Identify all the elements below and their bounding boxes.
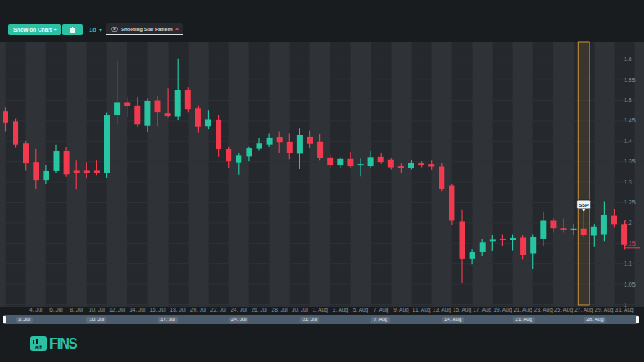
candle-body: [64, 151, 70, 174]
candle-body: [500, 239, 506, 240]
y-axis-label: 1.55: [624, 77, 636, 83]
candle-body: [337, 159, 343, 165]
x-axis-label: 17. Aug: [473, 307, 491, 313]
candle-body: [185, 90, 191, 109]
logo-alt-text: alt: [30, 344, 47, 350]
scrollbar-week-label: 14. Aug: [442, 317, 464, 323]
candle-body: [33, 162, 39, 180]
candle-body: [611, 216, 617, 225]
candle-body: [205, 119, 211, 126]
candle-body: [155, 101, 161, 113]
candle-body: [418, 163, 424, 165]
ssp-marker-label: SSP: [579, 203, 589, 208]
y-axis-label: 1.1: [624, 261, 632, 266]
scrollbar-week-label: 7. Aug: [371, 317, 390, 323]
y-axis-label: 1.45: [624, 117, 636, 123]
x-axis-label: 3. Aug: [333, 307, 349, 313]
candle-body: [246, 148, 252, 156]
candle-body: [54, 151, 60, 171]
x-axis-label: 31. Aug: [615, 307, 634, 313]
x-axis-label: 27. Aug: [574, 307, 593, 313]
candle-body: [297, 135, 303, 153]
candle-body: [165, 113, 171, 116]
candle-body: [74, 170, 80, 173]
candle-body: [591, 227, 597, 236]
candle-body: [490, 239, 496, 241]
candle-body: [428, 164, 434, 166]
scrollbar-handle-left[interactable]: [3, 316, 6, 323]
candle-body: [530, 237, 536, 254]
x-axis-label: 22. Jul: [210, 307, 227, 313]
candle-body: [236, 155, 242, 162]
scrollbar-week-label: 21. Aug: [513, 317, 535, 323]
x-axis-label: 7. Aug: [373, 307, 389, 313]
x-axis-label: 12. Jul: [109, 307, 126, 313]
candle-body: [175, 90, 181, 117]
x-axis-label: 8. Jul: [70, 307, 83, 313]
candle-body: [307, 137, 313, 144]
x-axis-label: 28. Jul: [272, 307, 288, 313]
candle-body: [43, 171, 49, 180]
y-axis-label: 1.35: [624, 158, 636, 164]
x-axis-label: 11. Aug: [413, 307, 431, 313]
x-axis-label: 4. Jul: [29, 307, 43, 313]
y-axis-label: 1.5: [624, 97, 632, 103]
x-axis-label: 1. Aug: [312, 307, 328, 313]
altfins-pattern-chart-page: Show on Chart + 1d Shooting Star Pattern…: [0, 0, 644, 362]
candle-body: [347, 159, 353, 166]
altfins-logo: alt FINS: [30, 336, 80, 351]
candle-body: [267, 138, 273, 145]
candle-body: [195, 108, 201, 126]
candlestick-chart[interactable]: 1.61.551.51.451.41.351.31.251.21.151.11.…: [0, 0, 644, 362]
candle-body: [358, 164, 364, 165]
candle-body: [84, 170, 90, 173]
x-axis-label: 9. Aug: [393, 307, 409, 313]
candle-body: [470, 252, 475, 259]
x-axis-label: 21. Aug: [514, 307, 532, 313]
candle-body: [216, 120, 221, 149]
candle-body: [601, 215, 607, 234]
x-axis-label: 6. Jul: [49, 307, 63, 313]
scrollbar-handle-right[interactable]: [636, 316, 640, 323]
candle-body: [480, 242, 486, 252]
candle-body: [104, 115, 110, 173]
scrollbar-week-label: 28. Aug: [584, 317, 605, 323]
x-axis-label: 15. Aug: [453, 307, 471, 313]
x-axis-label: 5. Aug: [353, 307, 369, 313]
candle-body: [520, 237, 526, 254]
bar-chart-icon: [33, 339, 38, 344]
candle-body: [287, 142, 293, 153]
candle-body: [124, 102, 130, 106]
x-axis-label: 16. Jul: [149, 307, 166, 313]
chart-scrollbar[interactable]: 3. Jul10. Jul17. Jul24. Jul31. Jul7. Aug…: [3, 315, 638, 324]
y-axis-label: 1.05: [624, 282, 636, 287]
candle-body: [439, 167, 444, 189]
candle-body: [257, 143, 262, 148]
x-axis-label: 29. Aug: [595, 307, 613, 313]
x-axis-label: 25. Aug: [554, 307, 573, 313]
candle-body: [327, 158, 333, 165]
candle-body: [510, 238, 516, 240]
x-axis-label: 24. Jul: [231, 307, 247, 313]
x-axis-label: 26. Jul: [251, 307, 267, 313]
candle-body: [114, 102, 120, 115]
y-axis-label: 1.25: [624, 199, 636, 205]
scrollbar-week-label: 24. Jul: [229, 317, 249, 323]
scrollbar-week-label: 17. Jul: [158, 317, 178, 323]
y-axis-label: 1.4: [624, 138, 632, 144]
candle-body: [368, 157, 374, 166]
candle-body: [388, 160, 394, 168]
x-axis-label: 13. Aug: [433, 307, 451, 313]
highlight-region-fill: [578, 42, 589, 305]
candle-body: [317, 142, 323, 158]
logo-fins-text: FINS: [49, 336, 77, 351]
candle-body: [134, 106, 140, 124]
x-axis-label: 30. Jul: [292, 307, 309, 313]
candle-body: [449, 185, 454, 220]
scrollbar-week-label: 10. Jul: [86, 317, 106, 323]
x-axis-label: 18. Jul: [170, 307, 187, 313]
candle-body: [408, 163, 414, 168]
x-axis-label: 14. Jul: [129, 307, 146, 313]
candle-body: [23, 143, 29, 163]
candle-body: [550, 220, 556, 228]
